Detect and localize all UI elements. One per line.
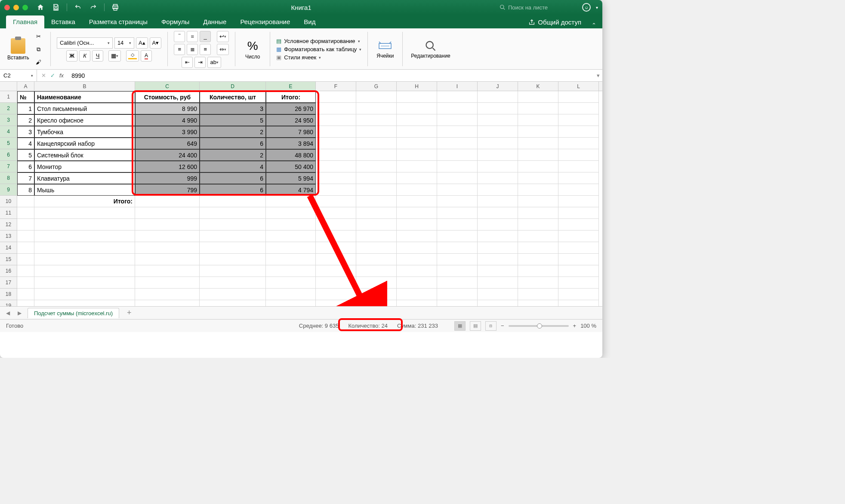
cells-button[interactable]: Ячейки [374, 38, 396, 61]
cell[interactable] [478, 207, 518, 219]
cell[interactable] [397, 149, 437, 161]
cell[interactable] [558, 126, 599, 138]
search-input[interactable] [508, 4, 568, 11]
cell[interactable]: 5 [200, 114, 266, 126]
cell[interactable] [518, 207, 558, 219]
row-header[interactable]: 2 [0, 103, 17, 114]
cell[interactable]: 50 400 [266, 161, 316, 172]
cell[interactable] [558, 254, 599, 265]
cell[interactable] [200, 196, 266, 207]
cell[interactable] [316, 161, 356, 172]
cell[interactable] [135, 265, 200, 277]
account-icon[interactable]: ☺ [582, 3, 591, 12]
cell[interactable] [478, 103, 518, 114]
fill-color-icon[interactable]: ◇ [126, 50, 139, 61]
row-header[interactable]: 12 [0, 219, 17, 230]
cell[interactable] [200, 207, 266, 219]
cell[interactable]: 24 950 [266, 114, 316, 126]
cell[interactable]: Монитор [34, 161, 135, 172]
cell[interactable] [478, 126, 518, 138]
cell[interactable] [316, 207, 356, 219]
cell[interactable] [200, 242, 266, 254]
col-header-B[interactable]: B [34, 82, 135, 91]
cell[interactable] [558, 103, 599, 114]
select-all-corner[interactable] [0, 82, 17, 91]
col-header-K[interactable]: K [518, 82, 558, 91]
cell[interactable] [397, 103, 437, 114]
cell[interactable]: Итого: [266, 91, 316, 103]
cell[interactable] [316, 242, 356, 254]
cell[interactable] [17, 219, 34, 230]
row-header[interactable]: 15 [0, 254, 17, 265]
cell[interactable] [518, 219, 558, 230]
cell[interactable]: 8 [17, 184, 34, 196]
cell[interactable] [17, 277, 34, 289]
cell[interactable] [356, 172, 397, 184]
cell[interactable] [397, 196, 437, 207]
cell[interactable] [518, 300, 558, 306]
print-icon[interactable] [111, 3, 120, 12]
fullscreen-icon[interactable] [22, 5, 28, 10]
cell[interactable] [17, 300, 34, 306]
cell[interactable] [316, 254, 356, 265]
row-header[interactable]: 16 [0, 265, 17, 277]
cell[interactable]: Системный блок [34, 149, 135, 161]
cell[interactable] [17, 230, 34, 242]
sheet-next-icon[interactable]: ▶ [16, 310, 23, 316]
cell[interactable]: 4 [200, 161, 266, 172]
cell[interactable] [356, 277, 397, 289]
cell[interactable] [316, 219, 356, 230]
row-header[interactable]: 13 [0, 230, 17, 242]
col-header-I[interactable]: I [437, 82, 478, 91]
col-header-L[interactable]: L [558, 82, 599, 91]
row-header[interactable]: 8 [0, 172, 17, 184]
cell[interactable] [397, 289, 437, 300]
cell[interactable] [356, 91, 397, 103]
view-page-break-icon[interactable]: ⧈ [485, 321, 497, 331]
cell[interactable] [397, 219, 437, 230]
cell[interactable]: 48 800 [266, 149, 316, 161]
cell[interactable]: Кресло офисное [34, 114, 135, 126]
cell[interactable] [17, 207, 34, 219]
align-top-icon[interactable]: ‾ [174, 31, 185, 42]
cell[interactable] [397, 300, 437, 306]
cell[interactable] [518, 91, 558, 103]
cell[interactable] [518, 184, 558, 196]
formula-input[interactable] [68, 72, 594, 79]
cell[interactable] [518, 242, 558, 254]
redo-icon[interactable] [89, 3, 98, 12]
cell[interactable]: 999 [135, 172, 200, 184]
align-center-icon[interactable]: ≣ [187, 44, 198, 55]
cell[interactable] [518, 172, 558, 184]
tab-review[interactable]: Рецензирование [233, 15, 297, 28]
cell[interactable] [437, 196, 478, 207]
cell[interactable] [316, 196, 356, 207]
cell[interactable] [356, 126, 397, 138]
cell[interactable] [316, 277, 356, 289]
row-header[interactable]: 6 [0, 149, 17, 161]
font-color-icon[interactable]: А [141, 50, 152, 61]
cell[interactable] [34, 254, 135, 265]
cell[interactable] [266, 300, 316, 306]
cell[interactable] [558, 230, 599, 242]
row-header[interactable]: 3 [0, 114, 17, 126]
cell[interactable]: 8 990 [135, 103, 200, 114]
increase-font-icon[interactable]: A▴ [136, 37, 148, 49]
cell[interactable] [558, 207, 599, 219]
cell[interactable] [17, 265, 34, 277]
sheet-tab[interactable]: Подсчет суммы (microexcel.ru) [28, 308, 119, 318]
cell[interactable] [437, 230, 478, 242]
cell[interactable]: 5 994 [266, 172, 316, 184]
search-field[interactable] [500, 4, 577, 11]
row-header[interactable]: 14 [0, 242, 17, 254]
cell[interactable] [518, 161, 558, 172]
save-icon[interactable] [51, 3, 61, 12]
cell[interactable] [200, 230, 266, 242]
minimize-icon[interactable] [13, 5, 19, 10]
cell[interactable]: Мышь [34, 184, 135, 196]
chevron-down-icon[interactable]: ▾ [596, 5, 598, 10]
view-normal-icon[interactable]: ▦ [454, 321, 466, 331]
cell[interactable] [397, 242, 437, 254]
cell[interactable] [518, 277, 558, 289]
cell[interactable] [266, 207, 316, 219]
